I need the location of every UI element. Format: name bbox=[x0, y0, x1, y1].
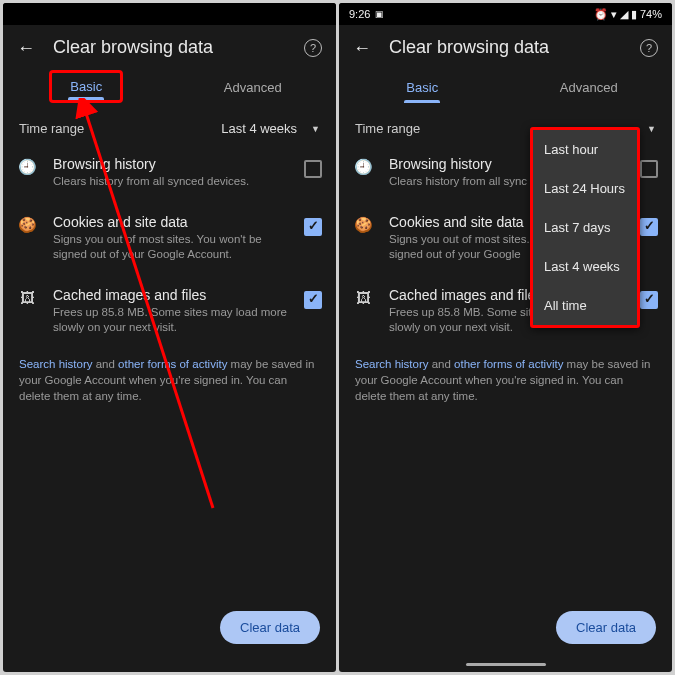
tabs: Basic Advanced bbox=[339, 70, 672, 103]
tab-basic[interactable]: Basic bbox=[339, 70, 506, 103]
tab-advanced[interactable]: Advanced bbox=[170, 70, 337, 103]
link-search-history[interactable]: Search history bbox=[355, 358, 429, 370]
wifi-icon: ▾ bbox=[611, 8, 617, 21]
cookie-icon: 🍪 bbox=[17, 214, 37, 234]
image-icon: 🖼 bbox=[353, 287, 373, 306]
status-time: 9:26 bbox=[349, 8, 370, 20]
time-range-value: Last 4 weeks bbox=[221, 121, 297, 136]
tab-basic[interactable]: Basic bbox=[52, 73, 120, 100]
cookies-title: Cookies and site data bbox=[53, 214, 288, 230]
screenshot-left: ← Clear browsing data ? Basic Advanced T… bbox=[3, 3, 336, 672]
row-browsing-history[interactable]: 🕘 Browsing history Clears history from a… bbox=[3, 144, 336, 202]
chevron-down-icon: ▼ bbox=[647, 124, 656, 134]
cookie-icon: 🍪 bbox=[353, 214, 373, 234]
battery-icon: ▮ bbox=[631, 8, 637, 21]
row-cookies[interactable]: 🍪 Cookies and site data Signs you out of… bbox=[3, 202, 336, 275]
status-bar bbox=[3, 3, 336, 25]
battery-level: 74% bbox=[640, 8, 662, 20]
cookies-sub: Signs you out of most sites. You won't b… bbox=[53, 232, 288, 263]
app-bar: ← Clear browsing data ? bbox=[339, 25, 672, 70]
clear-data-button[interactable]: Clear data bbox=[220, 611, 320, 644]
alarm-icon: ⏰ bbox=[594, 8, 608, 21]
link-search-history[interactable]: Search history bbox=[19, 358, 93, 370]
page-title: Clear browsing data bbox=[53, 37, 286, 58]
link-other-activity[interactable]: other forms of activity bbox=[454, 358, 563, 370]
cache-checkbox[interactable] bbox=[304, 291, 322, 309]
tab-advanced[interactable]: Advanced bbox=[506, 70, 673, 103]
dd-last-24h[interactable]: Last 24 Hours bbox=[533, 169, 637, 208]
time-range-row[interactable]: Time range Last 4 weeks ▼ bbox=[3, 103, 336, 144]
cache-sub: Frees up 85.8 MB. Some sites may load mo… bbox=[53, 305, 288, 336]
back-icon[interactable]: ← bbox=[353, 39, 371, 57]
cache-checkbox[interactable] bbox=[640, 291, 658, 309]
tabs: Basic Advanced bbox=[3, 70, 336, 103]
time-range-label: Time range bbox=[19, 121, 221, 136]
dd-all-time[interactable]: All time bbox=[533, 286, 637, 325]
status-icon: ▣ bbox=[375, 9, 384, 19]
clock-icon: 🕘 bbox=[353, 156, 373, 176]
dd-last-7d[interactable]: Last 7 days bbox=[533, 208, 637, 247]
back-icon[interactable]: ← bbox=[17, 39, 35, 57]
link-other-activity[interactable]: other forms of activity bbox=[118, 358, 227, 370]
history-title: Browsing history bbox=[53, 156, 288, 172]
page-title: Clear browsing data bbox=[389, 37, 622, 58]
help-icon[interactable]: ? bbox=[304, 39, 322, 57]
signal-icon: ◢ bbox=[620, 8, 628, 21]
clock-icon: 🕘 bbox=[17, 156, 37, 176]
cookies-checkbox[interactable] bbox=[304, 218, 322, 236]
annotation-highlight-basic: Basic bbox=[49, 70, 123, 103]
chevron-down-icon: ▼ bbox=[311, 124, 320, 134]
screenshot-right: 9:26 ▣ ⏰ ▾ ◢ ▮ 74% ← Clear browsing data… bbox=[339, 3, 672, 672]
history-checkbox[interactable] bbox=[640, 160, 658, 178]
image-icon: 🖼 bbox=[17, 287, 37, 306]
dd-last-4w[interactable]: Last 4 weeks bbox=[533, 247, 637, 286]
history-sub: Clears history from all synced devices. bbox=[53, 174, 288, 190]
row-cache[interactable]: 🖼 Cached images and files Frees up 85.8 … bbox=[3, 275, 336, 348]
history-checkbox[interactable] bbox=[304, 160, 322, 178]
footnote: Search history and other forms of activi… bbox=[3, 348, 336, 412]
cookies-checkbox[interactable] bbox=[640, 218, 658, 236]
footnote: Search history and other forms of activi… bbox=[339, 348, 672, 412]
cache-title: Cached images and files bbox=[53, 287, 288, 303]
clear-data-button[interactable]: Clear data bbox=[556, 611, 656, 644]
time-range-dropdown: Last hour Last 24 Hours Last 7 days Last… bbox=[530, 127, 640, 328]
status-bar: 9:26 ▣ ⏰ ▾ ◢ ▮ 74% bbox=[339, 3, 672, 25]
nav-handle bbox=[466, 663, 546, 666]
help-icon[interactable]: ? bbox=[640, 39, 658, 57]
dd-last-hour[interactable]: Last hour bbox=[533, 130, 637, 169]
app-bar: ← Clear browsing data ? bbox=[3, 25, 336, 70]
